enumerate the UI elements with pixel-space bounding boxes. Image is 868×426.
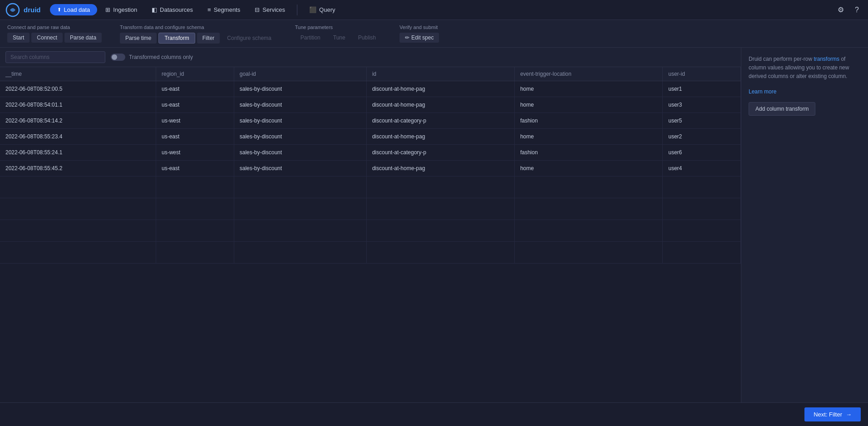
table-cell: us-west: [156, 113, 234, 129]
table-area: Transformed columns only __time region_i…: [0, 48, 741, 402]
col-header-goal-id: goal-id: [234, 67, 366, 81]
wizard-section-4: Verify and submit ✏ Edit spec: [399, 24, 439, 43]
datasources-button[interactable]: ◧ Datasources: [145, 4, 199, 15]
main-content: Connect and parse raw data Start Connect…: [0, 20, 868, 426]
table-row: 2022-06-08T08:55:23.4us-eastsales-by-dis…: [0, 129, 741, 145]
table-cell: sales-by-discount: [234, 81, 366, 97]
load-data-button[interactable]: ⬆ Load data: [50, 4, 98, 15]
ingestion-icon: ⊞: [105, 6, 110, 13]
panel-description: Druid can perform per-row transforms of …: [749, 55, 861, 81]
table-cell: us-east: [156, 97, 234, 113]
settings-button[interactable]: ⚙: [834, 4, 848, 16]
tab-parse-data[interactable]: Parse data: [64, 33, 102, 43]
right-panel: Druid can perform per-row transforms of …: [741, 48, 868, 402]
tab-start[interactable]: Start: [7, 33, 30, 43]
transforms-link[interactable]: transforms: [814, 56, 839, 62]
tab-publish[interactable]: Publish: [353, 33, 381, 43]
toggle-container: Transformed columns only: [111, 54, 193, 61]
col-header-id: id: [366, 67, 514, 81]
col-header-user-id: user-id: [663, 67, 741, 81]
table-cell: fashion: [514, 113, 662, 129]
services-button[interactable]: ⊟ Services: [248, 4, 291, 15]
edit-spec-icon: ✏: [405, 34, 409, 41]
table-cell: 2022-06-08T08:55:24.1: [0, 145, 156, 161]
table-cell: 2022-06-08T08:54:14.2: [0, 113, 156, 129]
section1-label: Connect and parse raw data: [7, 24, 102, 30]
tab-filter[interactable]: Filter: [197, 33, 220, 44]
table-cell: fashion: [514, 145, 662, 161]
segments-button[interactable]: ≡ Segments: [201, 4, 247, 15]
table-cell: user3: [663, 97, 741, 113]
add-column-transform-button[interactable]: Add column transform: [749, 102, 815, 116]
table-cell: 2022-06-08T08:54:01.1: [0, 97, 156, 113]
table-cell: user5: [663, 113, 741, 129]
next-filter-button[interactable]: Next: Filter →: [804, 407, 861, 421]
table-cell: 2022-06-08T08:55:23.4: [0, 129, 156, 145]
table-cell: user4: [663, 161, 741, 176]
table-row: 2022-06-08T08:55:45.2us-eastsales-by-dis…: [0, 161, 741, 176]
content-area: Transformed columns only __time region_i…: [0, 48, 868, 402]
wizard-section-1: Connect and parse raw data Start Connect…: [7, 24, 102, 43]
section3-label: Tune parameters: [295, 24, 381, 30]
tab-connect[interactable]: Connect: [31, 33, 63, 43]
table-cell: discount-at-category-p: [366, 113, 514, 129]
table-cell: home: [514, 81, 662, 97]
col-header-region-id: region_id: [156, 67, 234, 81]
ingestion-button[interactable]: ⊞ Ingestion: [99, 4, 143, 15]
nav-separator: [297, 5, 297, 15]
search-input[interactable]: [5, 51, 105, 63]
tab-transform[interactable]: Transform: [158, 33, 195, 44]
table-cell: discount-at-home-pag: [366, 161, 514, 176]
table-empty-row: [0, 220, 741, 242]
table-cell: us-east: [156, 129, 234, 145]
table-row: 2022-06-08T08:55:24.1us-westsales-by-dis…: [0, 145, 741, 161]
tab-edit-spec[interactable]: ✏ Edit spec: [399, 33, 439, 43]
table-cell: sales-by-discount: [234, 113, 366, 129]
toolbar: Transformed columns only: [0, 48, 741, 67]
help-button[interactable]: ?: [851, 4, 863, 16]
segments-icon: ≡: [207, 6, 211, 13]
table-cell: home: [514, 161, 662, 176]
table-cell: home: [514, 97, 662, 113]
datasources-icon: ◧: [152, 6, 157, 13]
table-cell: sales-by-discount: [234, 161, 366, 176]
col-header-time: __time: [0, 67, 156, 81]
services-icon: ⊟: [255, 6, 260, 13]
data-table-wrapper[interactable]: __time region_id goal-id id event-trigge…: [0, 67, 741, 402]
section2-tabs: Parse time Transform Filter Configure sc…: [120, 33, 277, 44]
upload-icon: ⬆: [57, 7, 61, 13]
query-button[interactable]: ⬛ Query: [303, 4, 341, 15]
table-cell: user2: [663, 129, 741, 145]
table-row: 2022-06-08T08:54:01.1us-eastsales-by-dis…: [0, 97, 741, 113]
logo-text: druid: [24, 6, 41, 14]
table-cell: home: [514, 129, 662, 145]
table-cell: 2022-06-08T08:55:45.2: [0, 161, 156, 176]
bottom-bar: Next: Filter →: [0, 402, 868, 426]
top-navigation: druid ⬆ Load data ⊞ Ingestion ◧ Datasour…: [0, 0, 868, 20]
wizard-section-2: Transform data and configure schema Pars…: [120, 24, 277, 44]
tab-partition[interactable]: Partition: [295, 33, 326, 43]
table-cell: discount-at-home-pag: [366, 129, 514, 145]
query-icon: ⬛: [309, 6, 316, 13]
tab-parse-time[interactable]: Parse time: [120, 33, 157, 44]
learn-more-link[interactable]: Learn more: [749, 88, 861, 95]
table-cell: 2022-06-08T08:52:00.5: [0, 81, 156, 97]
section4-label: Verify and submit: [399, 24, 439, 30]
data-table: __time region_id goal-id id event-trigge…: [0, 67, 741, 264]
arrow-right-icon: →: [846, 411, 852, 418]
table-header-row: __time region_id goal-id id event-trigge…: [0, 67, 741, 81]
table-cell: us-east: [156, 161, 234, 176]
tab-tune[interactable]: Tune: [328, 33, 351, 43]
table-cell: sales-by-discount: [234, 145, 366, 161]
section3-tabs: Partition Tune Publish: [295, 33, 381, 43]
transformed-columns-toggle[interactable]: [111, 54, 125, 61]
section2-label: Transform data and configure schema: [120, 24, 277, 30]
table-cell: us-west: [156, 145, 234, 161]
section1-tabs: Start Connect Parse data: [7, 33, 102, 43]
table-empty-row: [0, 176, 741, 198]
table-cell: sales-by-discount: [234, 129, 366, 145]
table-cell: discount-at-home-pag: [366, 81, 514, 97]
wizard-sections: Connect and parse raw data Start Connect…: [7, 24, 861, 44]
table-cell: user1: [663, 81, 741, 97]
tab-configure-schema[interactable]: Configure schema: [222, 33, 276, 44]
